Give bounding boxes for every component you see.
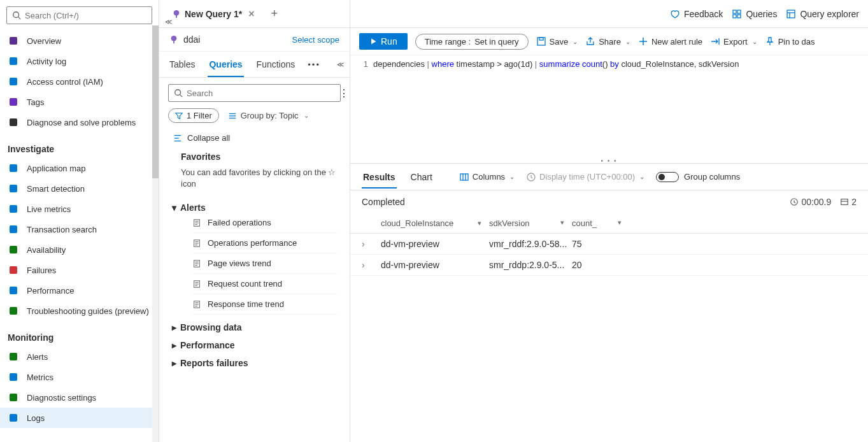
plus-icon [638, 36, 648, 46]
tab-tables[interactable]: Tables [168, 52, 196, 77]
save-button[interactable]: Save⌄ [536, 36, 578, 46]
tab-functions[interactable]: Functions [255, 52, 297, 77]
tree-leaf[interactable]: Response time trend [192, 294, 337, 315]
column-header[interactable]: count_ [572, 218, 597, 228]
nav-item[interactable]: Application map [0, 158, 159, 178]
nav-item[interactable]: Performance [0, 280, 159, 301]
nav-label: Smart detection [27, 184, 85, 194]
toggle-switch[interactable] [656, 172, 679, 182]
table-row[interactable]: › dd-vm-preview smr_rddp:2.9.0-5... 20 [350, 255, 868, 276]
queries-button[interactable]: Queries [732, 9, 777, 19]
tab-queries[interactable]: Queries [208, 52, 243, 77]
nav-item[interactable]: Alerts [0, 346, 159, 367]
expand-icon[interactable]: › [362, 239, 365, 249]
column-header[interactable]: cloud_RoleInstance [381, 218, 453, 228]
tree-leaf[interactable]: Page views trend [192, 253, 337, 274]
svg-rect-7 [10, 164, 17, 172]
caret-icon: ▸ [172, 322, 176, 332]
svg-point-0 [13, 12, 19, 18]
tree-group[interactable]: ▸Reports failures [172, 358, 337, 368]
svg-line-1 [18, 17, 21, 20]
tree-group[interactable]: ▾Alerts [172, 203, 337, 213]
cell: 75 [572, 239, 629, 249]
queries-search-input[interactable] [187, 89, 335, 98]
nav-label: Diagnostic settings [27, 393, 96, 403]
export-button[interactable]: Export⌄ [710, 36, 757, 46]
nav-item[interactable]: Smart detection [0, 178, 159, 199]
column-header[interactable]: sdkVersion [489, 218, 530, 228]
svg-rect-18 [10, 414, 17, 422]
nav-item[interactable]: Activity log [0, 51, 159, 71]
expand-icon[interactable]: › [362, 260, 365, 270]
filter-icon[interactable]: ▾ [618, 218, 622, 228]
sidebar-search-input[interactable] [25, 11, 146, 20]
tree-leaf[interactable]: Failed operations [192, 213, 337, 233]
select-scope-link[interactable]: Select scope [292, 35, 339, 45]
run-button[interactable]: Run [359, 33, 408, 50]
pin-button[interactable]: Pin to das [765, 36, 815, 46]
caret-icon: ▸ [172, 358, 176, 368]
tab-chart[interactable]: Chart [409, 166, 434, 189]
code-line[interactable]: dependencies | where timestamp > ago(1d)… [373, 59, 868, 159]
nav-item[interactable]: Logs [0, 408, 159, 428]
close-icon[interactable]: × [248, 8, 254, 20]
nav-item[interactable]: Troubleshooting guides (preview) [0, 301, 159, 321]
nav-item[interactable]: Live metrics [0, 199, 159, 219]
more-icon[interactable]: ••• [308, 60, 320, 69]
columns-button[interactable]: Columns⌄ [459, 172, 515, 182]
nav-item[interactable]: Diagnostic settings [0, 387, 159, 408]
tab-results[interactable]: Results [362, 166, 397, 189]
nav-item[interactable]: Failures [0, 260, 159, 280]
tree-group[interactable]: ▸Browsing data [172, 322, 337, 332]
results-table: cloud_RoleInstance▾ sdkVersion▾ count_▾ … [350, 213, 868, 276]
display-time-button[interactable]: Display time (UTC+00:00)⌄ [526, 172, 644, 182]
sidebar-search[interactable] [6, 6, 152, 24]
query-editor[interactable]: 1 dependencies | where timestamp > ago(1… [350, 55, 868, 164]
collapse-all-button[interactable]: Collapse all [168, 131, 341, 152]
nav-item[interactable]: Access control (IAM) [0, 71, 159, 92]
columns-label: Columns [473, 172, 505, 182]
more-icon[interactable]: ⋮ [339, 87, 349, 99]
pin-icon [765, 36, 775, 46]
filter-icon[interactable]: ▾ [560, 218, 564, 228]
nav-item[interactable]: Diagnose and solve problems [0, 112, 159, 132]
table-row[interactable]: › dd-vm-preview vmr_rddf:2.9.0-58... 75 [350, 234, 868, 255]
splitter-handle[interactable]: • • • [601, 157, 617, 164]
sidebar-scrollbar[interactable] [152, 25, 159, 442]
tree-group-label: Performance [180, 340, 235, 350]
feedback-button[interactable]: Feedback [670, 9, 723, 19]
panel-collapse[interactable]: ≪ [337, 61, 345, 69]
add-tab-button[interactable]: + [264, 7, 286, 20]
queries-panel: New Query 1* × + ddai Select scope Table… [159, 0, 350, 442]
new-alert-button[interactable]: New alert rule [638, 36, 702, 46]
svg-point-21 [171, 36, 177, 41]
tab-new-query[interactable]: New Query 1* × [163, 2, 264, 26]
new-alert-label: New alert rule [651, 37, 702, 46]
tree-leaf[interactable]: Operations performance [192, 233, 337, 253]
tree-group[interactable]: ▸Performance [172, 340, 337, 350]
queries-search[interactable]: ⋮ [168, 84, 341, 102]
timerange-picker[interactable]: Time range : Set in query [415, 34, 529, 50]
query-explorer-button[interactable]: Query explorer [786, 9, 859, 19]
filter-icon[interactable]: ▾ [478, 219, 481, 227]
clock-icon [790, 197, 799, 206]
svg-rect-54 [737, 15, 741, 18]
filter-chip[interactable]: 1 Filter [168, 108, 219, 123]
svg-rect-17 [10, 394, 17, 401]
nav-item[interactable]: Transaction search [0, 219, 159, 239]
search-icon [174, 89, 183, 97]
nav-item[interactable]: Overview [0, 31, 159, 51]
nav-item[interactable]: Metrics [0, 367, 159, 387]
tree-group-label: Browsing data [180, 322, 241, 332]
nav-item[interactable]: Availability [0, 239, 159, 260]
nav-item[interactable]: Tags [0, 92, 159, 112]
nav-label: Troubleshooting guides (preview) [27, 306, 149, 316]
svg-rect-10 [10, 225, 17, 233]
tree-leaf-label: Response time trend [208, 299, 284, 309]
svg-rect-3 [10, 57, 17, 65]
left-sidebar: ≪ OverviewActivity logAccess control (IA… [0, 0, 159, 442]
group-columns-toggle[interactable]: Group columns [656, 172, 740, 182]
groupby-dropdown[interactable]: Group by: Topic ⌄ [228, 111, 309, 120]
share-button[interactable]: Share⌄ [585, 36, 630, 46]
tree-leaf[interactable]: Request count trend [192, 274, 337, 294]
